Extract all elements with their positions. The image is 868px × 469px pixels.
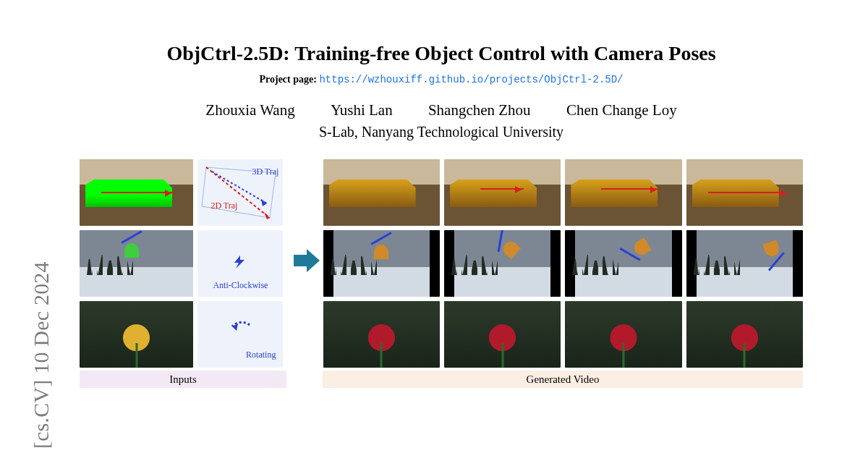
svg-marker-6 [294,249,320,272]
author: Yushi Lan [331,101,393,119]
generated-frame [444,230,561,297]
control-box-rotating: Rotating [197,301,283,368]
trajectory-arrow-icon [101,192,174,193]
author: Chen Change Loy [566,101,677,119]
generated-frame [686,159,803,226]
input-image-rose [80,301,193,368]
generated-frame [323,159,440,226]
svg-marker-5 [232,324,238,331]
svg-marker-2 [264,212,270,219]
anticlockwise-icon [226,251,255,276]
figure-label-generated: Generated Video [323,371,803,388]
generated-frame [565,230,681,297]
generated-frame [686,230,803,297]
arxiv-tag: [cs.CV] 10 Dec 2024 [29,261,54,449]
author-list: Zhouxia Wang Yushi Lan Shangchen Zhou Ch… [80,101,803,119]
control-label-rotating: Rotating [246,350,276,360]
generated-frame [565,301,681,368]
control-label-2d: 2D Traj [210,200,237,211]
input-image-train [80,159,193,226]
generated-frame [444,159,561,226]
generated-frame [323,301,440,368]
author: Zhouxia Wang [205,101,294,119]
generated-frame [686,301,803,368]
generated-frame [565,159,681,226]
trajectory-arrow-icon [708,192,788,193]
paper-page: ObjCtrl-2.5D: Training-free Object Contr… [80,22,803,469]
project-page-line: Project page: https://wzhouxiff.github.i… [80,74,803,85]
spacer [287,159,318,226]
control-label-anticlockwise: Anti-Clockwise [197,280,283,291]
affiliation: S-Lab, Nanyang Technological University [80,124,803,140]
project-page-label: Project page: [259,74,319,85]
figure-1: 3D Traj 2D Traj Anti-Clockwise [80,159,803,394]
trajectory-arrow-icon [601,188,659,190]
figure-row-rose: Rotating [80,301,803,368]
control-label-3d: 3D Traj [252,166,278,177]
control-box-trajectory: 3D Traj 2D Traj [197,159,283,226]
spacer [287,301,318,368]
project-page-url[interactable]: https://wzhouxiff.github.io/projects/Obj… [319,74,623,85]
trajectory-arrow-icon [480,188,524,190]
input-image-skier [80,230,193,297]
author: Shangchen Zhou [428,101,531,119]
generated-frame [323,230,440,297]
figure-label-inputs: Inputs [80,371,286,388]
rotating-icon [222,316,258,352]
control-box-anticlockwise: Anti-Clockwise [197,230,283,297]
generated-frame [444,301,561,368]
figure-row-train: 3D Traj 2D Traj [80,159,803,226]
big-arrow-icon [292,246,321,275]
paper-title: ObjCtrl-2.5D: Training-free Object Contr… [80,42,803,65]
figure-row-skier: Anti-Clockwise [80,230,803,297]
